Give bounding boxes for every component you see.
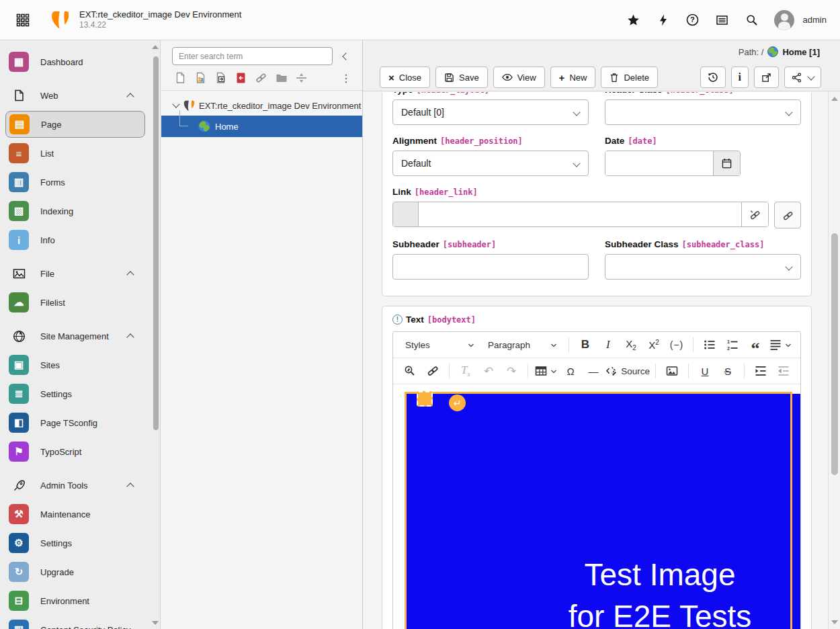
numbered-list-button[interactable]: 12 xyxy=(722,335,743,355)
insert-table-dropdown[interactable] xyxy=(534,361,558,381)
redo-button[interactable]: ↷ xyxy=(501,361,522,381)
scroll-up-icon[interactable] xyxy=(831,97,838,101)
typo3-logo xyxy=(51,11,69,30)
tree-node-home[interactable]: Home xyxy=(161,116,362,137)
undo-button[interactable]: ↶ xyxy=(478,361,499,381)
date-input[interactable] xyxy=(605,151,713,175)
sidebar-item-maintenance[interactable]: ⚒Maintenance xyxy=(5,501,142,528)
new-shortcut-button[interactable] xyxy=(212,71,228,85)
sidebar-item-site-management[interactable]: Site Management xyxy=(5,323,142,349)
alignment-select[interactable]: Default xyxy=(392,151,589,176)
chevron-down-icon xyxy=(785,263,792,270)
superscript-button[interactable]: X2 xyxy=(643,335,665,355)
sidebar-scroll-down-icon[interactable] xyxy=(152,621,159,625)
indent-button[interactable] xyxy=(750,361,771,381)
close-button[interactable]: × Close xyxy=(380,67,430,88)
sidebar-item-upgrade[interactable]: ↻Upgrade xyxy=(5,558,142,585)
subheader-input[interactable] xyxy=(392,254,589,280)
sidebar-item-list[interactable]: ≡List xyxy=(5,140,142,167)
editor-content[interactable]: Test Image for E2E Tests ↵ xyxy=(393,384,800,629)
header-class-select[interactable] xyxy=(605,99,801,125)
info-button[interactable]: i xyxy=(731,67,749,88)
scrollbar-thumb[interactable] xyxy=(831,233,838,475)
sidebar-scroll-up-icon[interactable] xyxy=(152,45,159,49)
field-label-subheader-class: Subheader Class[subheader_class] xyxy=(605,239,801,249)
delete-button[interactable]: Delete xyxy=(601,67,658,88)
horizontal-line-button[interactable]: — xyxy=(583,361,604,381)
content-scrollbar[interactable] xyxy=(828,92,840,629)
new-folder-button[interactable] xyxy=(273,71,289,85)
sidebar-item-settings[interactable]: ≣Settings xyxy=(5,380,142,407)
new-divider-button[interactable] xyxy=(293,71,309,85)
date-picker-button[interactable] xyxy=(713,151,740,175)
bulleted-list-button[interactable] xyxy=(699,335,720,355)
sidebar-item-indexing[interactable]: ▧Indexing xyxy=(5,198,142,224)
find-replace-button[interactable] xyxy=(399,361,421,381)
test-image[interactable]: Test Image for E2E Tests xyxy=(405,394,800,629)
sidebar-scrollbar[interactable] xyxy=(153,56,159,430)
sidebar-item-dashboard[interactable]: ▦Dashboard xyxy=(5,48,142,75)
tree-collapse-button[interactable] xyxy=(339,50,353,63)
sidebar-item-filelist[interactable]: ☁Filelist xyxy=(5,289,142,316)
opened-documents-button[interactable] xyxy=(710,7,735,33)
new-page-users-button[interactable] xyxy=(192,71,208,85)
sidebar-item-forms[interactable]: ▥Forms xyxy=(5,169,142,196)
sidebar-item-file[interactable]: File xyxy=(5,260,142,287)
italic-button[interactable]: I xyxy=(597,335,619,355)
block-quote-button[interactable]: “ xyxy=(745,335,766,355)
insert-image-button[interactable] xyxy=(661,361,683,381)
share-dropdown-button[interactable] xyxy=(784,67,821,88)
clear-cache-button[interactable] xyxy=(650,7,676,33)
username-label[interactable]: admin xyxy=(803,15,827,25)
module-menu-toggle-button[interactable] xyxy=(11,8,35,32)
view-button[interactable]: View xyxy=(493,67,545,88)
history-button[interactable] xyxy=(700,67,726,88)
new-button[interactable]: + New xyxy=(550,67,596,88)
styles-dropdown[interactable]: Styles xyxy=(399,335,480,355)
source-button[interactable]: Source xyxy=(605,361,650,381)
scroll-down-icon[interactable] xyxy=(831,620,838,624)
user-avatar[interactable] xyxy=(774,10,794,30)
subheader-class-select[interactable] xyxy=(605,254,801,280)
strikethrough-button[interactable]: S xyxy=(717,361,739,381)
unlink-button[interactable] xyxy=(741,202,768,226)
sidebar-item-sites[interactable]: ▣Sites xyxy=(5,351,142,378)
paragraph-dropdown[interactable]: Paragraph xyxy=(482,335,563,355)
save-button[interactable]: Save xyxy=(435,67,488,88)
sidebar-item-settings[interactable]: ⚙Settings xyxy=(5,530,142,556)
sidebar-item-environment[interactable]: ⊟Environment xyxy=(5,587,142,614)
sidebar-item-page-tsconfig[interactable]: ◧Page TSconfig xyxy=(5,409,142,436)
link-button[interactable] xyxy=(422,361,444,381)
new-page-button[interactable] xyxy=(172,71,188,85)
sidebar-item-content-security-policy[interactable]: ▥Content Security Policy xyxy=(5,616,142,629)
open-new-window-button[interactable] xyxy=(754,67,779,88)
chevron-down-icon[interactable] xyxy=(172,100,179,108)
subscript-button[interactable]: X2 xyxy=(620,335,642,355)
sidebar-item-typoscript[interactable]: ⚑TypoScript xyxy=(5,438,142,465)
tree-node-root[interactable]: EXT:rte_ckeditor_image Dev Environment xyxy=(161,95,362,116)
remove-format-button[interactable]: Tx xyxy=(455,361,476,381)
outdent-button[interactable] xyxy=(773,361,794,381)
link-browser-button[interactable] xyxy=(774,202,801,228)
new-mountpoint-button[interactable] xyxy=(233,71,249,85)
soft-hyphen-button[interactable]: (−) xyxy=(666,335,687,355)
tree-search-input[interactable] xyxy=(172,47,333,65)
sidebar-item-info[interactable]: iInfo xyxy=(5,226,142,253)
bulleted-list-icon xyxy=(704,339,716,351)
sidebar-item-web[interactable]: Web xyxy=(5,82,142,109)
text-alignment-dropdown[interactable] xyxy=(767,335,794,355)
new-link-button[interactable] xyxy=(253,71,269,85)
doc-header: Path: / Home [1] × Close Save xyxy=(363,40,840,91)
tree-menu-kebab-icon[interactable]: ⋮ xyxy=(339,72,353,85)
bookmarks-button[interactable] xyxy=(621,7,646,33)
bold-button[interactable]: B xyxy=(575,335,596,355)
help-button[interactable]: ? xyxy=(680,7,706,33)
sidebar-item-page[interactable]: ▤Page xyxy=(5,111,145,138)
special-characters-button[interactable]: Ω xyxy=(560,361,581,381)
link-input[interactable] xyxy=(419,202,741,226)
search-button[interactable] xyxy=(739,7,765,33)
page-globe-icon xyxy=(767,46,778,57)
type-select[interactable]: Default [0] xyxy=(392,99,589,125)
sidebar-item-admin-tools[interactable]: Admin Tools xyxy=(5,472,142,499)
underline-button[interactable]: U xyxy=(694,361,716,381)
